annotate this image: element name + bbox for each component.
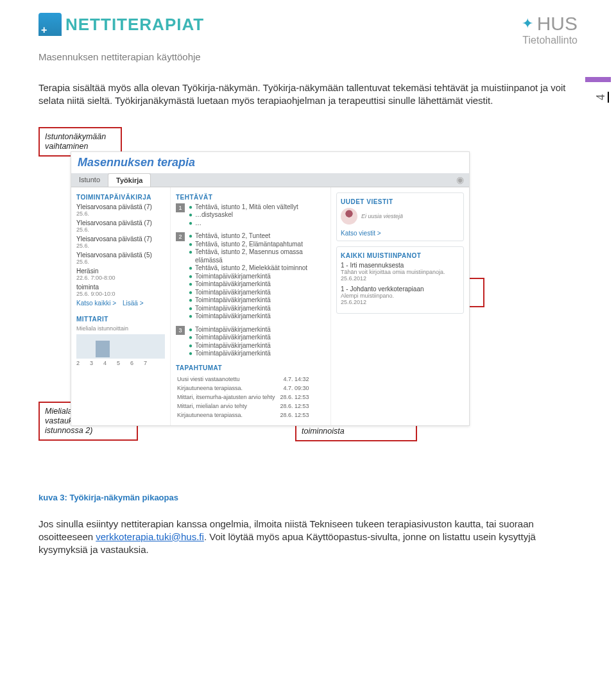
mittarit-heading: MITTARIT <box>76 316 165 323</box>
diary-item[interactable]: Yleisarvosana päivästä (7)25.6. <box>76 203 165 217</box>
note-item[interactable]: 1 - Johdanto verkkoterapiaanAlempi muist… <box>341 285 459 305</box>
tab-tyokirja[interactable]: Työkirja <box>108 173 151 187</box>
hus-logo-block: ✦ HUS Tietohallinto <box>522 13 578 46</box>
figure-caption: kuva 3: Työkirja-näkymän pikaopas <box>38 493 578 502</box>
diary-heading: TOIMINTAPÄIVÄKIRJA <box>76 194 165 201</box>
diary-item[interactable]: Yleisarvosana päivästä (7)25.6. <box>76 219 165 233</box>
event-row: Uusi viesti vastaanotettu4.7. 14:32 <box>177 375 313 383</box>
footer-paragraph: Jos sinulla esiintyy nettiterapian kanss… <box>38 518 578 557</box>
messages-box: UUDET VIESTIT Ei uusia viestejä Katso vi… <box>336 192 464 241</box>
page-accent-bar <box>585 77 611 82</box>
task-item[interactable]: ●Toimintapäiväkirjamerkintä <box>189 305 325 313</box>
brand-logo: NETTITERAPIAT <box>38 13 204 36</box>
page-number: 4 <box>594 92 609 103</box>
task-group: 3●Toimintapäiväkirjamerkintä●Toimintapäi… <box>176 326 325 358</box>
task-item[interactable]: ●Toimintapäiväkirjamerkintä <box>189 273 325 281</box>
hus-star-icon: ✦ <box>522 15 533 32</box>
figure: Istuntonäkymään vaihtaminen Toimintapäiv… <box>38 127 578 486</box>
diary-all-link[interactable]: Katso kaikki > <box>76 300 116 307</box>
session-number-badge: 3 <box>176 326 185 335</box>
axis-tick: 2 <box>76 360 80 366</box>
session-number-badge: 1 <box>176 203 185 212</box>
task-item[interactable]: ●… <box>189 219 325 228</box>
task-item[interactable]: ●Tehtävä, istunto 2, Elämäntapahtumat <box>189 241 325 249</box>
task-item[interactable]: ●Tehtävä, istunto 2, Mielekkäät toiminno… <box>189 264 325 273</box>
hus-sub: Tietohallinto <box>522 35 578 46</box>
messages-heading: UUDET VIESTIT <box>341 198 459 205</box>
task-item[interactable]: ●…distysaskel <box>189 211 325 219</box>
logo-house-icon <box>38 13 62 36</box>
task-item[interactable]: ●Tehtävä, istunto 1, Mitä olen vältellyt <box>189 203 325 212</box>
axis-tick: 3 <box>90 360 93 366</box>
app-title: Masennuksen terapia <box>71 152 469 173</box>
tab-istunto[interactable]: Istunto <box>71 173 108 187</box>
task-item[interactable]: ●Toimintapäiväkirjamerkintä <box>189 280 325 289</box>
messages-link[interactable]: Katso viestit > <box>341 230 459 237</box>
task-group: 2●Tehtävä, istunto 2, Tunteet●Tehtävä, i… <box>176 232 325 321</box>
tabbar: Istunto Työkirja ◉ <box>71 173 469 187</box>
avatar-icon <box>341 208 357 225</box>
events-heading: TAPAHTUMAT <box>176 364 325 371</box>
axis-tick: 5 <box>117 360 120 366</box>
tasks-heading: TEHTÄVÄT <box>176 194 325 201</box>
diary-item[interactable]: Heräsin22.6. 7:00-8:00 <box>76 268 165 281</box>
task-item[interactable]: ●Toimintapäiväkirjamerkintä <box>189 289 325 297</box>
task-item[interactable]: ●Toimintapäiväkirjamerkintä <box>189 296 325 305</box>
app-window: Masennuksen terapia Istunto Työkirja ◉ T… <box>71 151 470 426</box>
session-number-badge: 2 <box>176 232 185 241</box>
mood-chart <box>76 334 165 359</box>
event-row: Mittari, itsemurha-ajatusten arvio tehty… <box>177 393 313 401</box>
brand-name: NETTITERAPIAT <box>65 15 204 35</box>
event-row: Kirjautuneena terapiassa.28.6. 12:53 <box>177 411 313 419</box>
task-item[interactable]: ●Tehtävä, istunto 2, Tunteet <box>189 232 325 241</box>
axis-tick: 6 <box>130 360 133 366</box>
mittarit-sub: Mieliala istunnoittain <box>76 325 165 332</box>
task-item[interactable]: ●Toimintapäiväkirjamerkintä <box>189 312 325 321</box>
intro-paragraph: Terapia sisältää myös alla olevan Työkir… <box>38 81 578 108</box>
note-item[interactable]: 1 - Irti masennuksestaTähän voit kirjoit… <box>341 262 459 282</box>
diary-item[interactable]: toiminta25.6. 9:00-10:0 <box>76 284 165 297</box>
axis-tick: 4 <box>103 360 107 366</box>
task-group: 1●Tehtävä, istunto 1, Mitä olen vältelly… <box>176 203 325 228</box>
user-icon[interactable]: ◉ <box>451 173 469 187</box>
event-row: Kirjautuneena terapiassa.4.7. 09:30 <box>177 384 313 392</box>
messages-empty: Ei uusia viestejä <box>361 213 403 219</box>
notes-box: KAIKKI MUISTIINPANOT 1 - Irti masennukse… <box>336 246 464 314</box>
diary-item[interactable]: Yleisarvosana päivästä (7)25.6. <box>76 235 165 249</box>
hus-name: HUS <box>537 13 578 35</box>
task-item[interactable]: ●Toimintapäiväkirjamerkintä <box>189 326 325 334</box>
event-row: Mittari, mielialan arvio tehty28.6. 12:5… <box>177 402 313 410</box>
support-email-link[interactable]: verkkoterapia.tuki@hus.fi <box>96 531 204 542</box>
notes-heading: KAIKKI MUISTIINPANOT <box>341 252 459 259</box>
task-item[interactable]: ●Toimintapäiväkirjamerkintä <box>189 342 325 350</box>
diary-item[interactable]: Yleisarvosana päivästä (5)25.6. <box>76 251 165 265</box>
doc-title: Masennuksen nettiterapian käyttöohje <box>38 51 578 62</box>
task-item[interactable]: ●Toimintapäiväkirjamerkintä <box>189 350 325 358</box>
task-item[interactable]: ●Tehtävä, istunto 2, Masennus omassa elä… <box>189 248 325 264</box>
task-item[interactable]: ●Toimintapäiväkirjamerkintä <box>189 334 325 342</box>
axis-tick: 7 <box>144 360 147 366</box>
diary-add-link[interactable]: Lisää > <box>123 300 144 307</box>
